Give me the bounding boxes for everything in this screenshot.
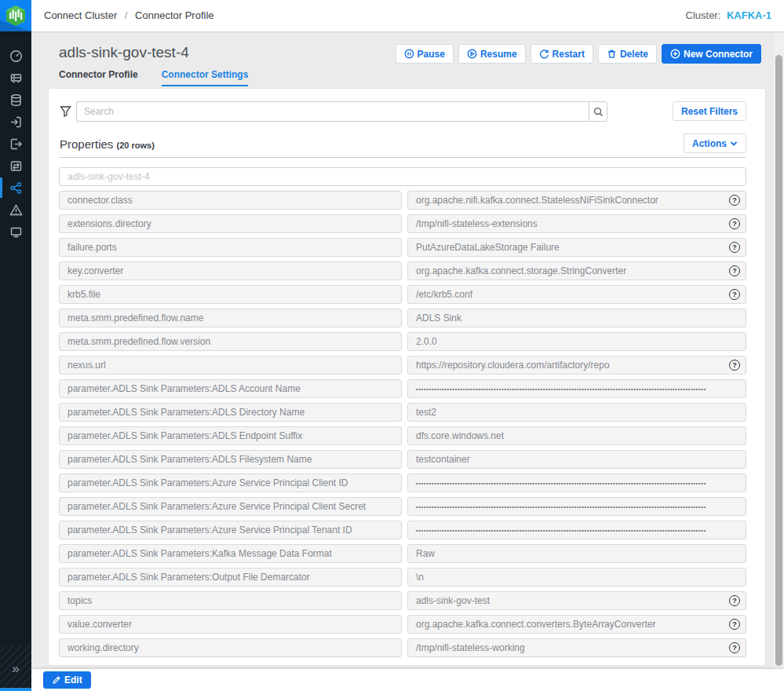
chevron-down-icon	[730, 141, 738, 147]
scrollbar-thumb[interactable]	[775, 55, 782, 666]
property-value-field[interactable]: ADLS Sink	[407, 309, 746, 327]
pencil-icon	[52, 675, 61, 685]
sidebar-item-brokers[interactable]	[0, 67, 31, 89]
property-key-field[interactable]: working.directory	[59, 638, 402, 657]
help-icon[interactable]: ?	[729, 360, 740, 371]
reset-filters-button[interactable]: Reset Filters	[673, 101, 746, 121]
property-value-field[interactable]: /tmp/nifi-stateless-working?	[407, 638, 746, 657]
sidebar-item-overview[interactable]	[0, 45, 31, 67]
search-button[interactable]	[589, 101, 607, 122]
property-value-field[interactable]: /tmp/nifi-stateless-extensions?	[407, 214, 746, 233]
property-value-field[interactable]: PutAzureDataLakeStorage Failure?	[407, 238, 746, 257]
sidebar-item-alerts[interactable]	[0, 199, 31, 221]
property-value-field[interactable]: \n	[407, 568, 746, 587]
sidebar-item-replications[interactable]	[0, 155, 31, 177]
property-key-field[interactable]: parameter.ADLS Sink Parameters:Azure Ser…	[59, 497, 402, 516]
property-key-field[interactable]: parameter.ADLS Sink Parameters:Azure Ser…	[59, 473, 402, 492]
smm-logo-icon	[5, 5, 27, 27]
new-connector-button[interactable]: New Connector	[662, 44, 761, 64]
property-key-field[interactable]: nexus.url	[59, 356, 402, 375]
breadcrumb-connect-cluster[interactable]: Connect Cluster	[44, 9, 117, 21]
sidebar-item-producers[interactable]	[0, 111, 31, 133]
property-value-field[interactable]: https://repository.cloudera.com/artifact…	[407, 356, 746, 375]
property-key-field[interactable]: connector.class	[59, 191, 402, 210]
property-value-field[interactable]: Raw	[407, 544, 746, 563]
property-value-field[interactable]: test2	[407, 403, 746, 422]
help-icon[interactable]: ?	[729, 619, 740, 630]
property-key-field[interactable]: parameter.ADLS Sink Parameters:Azure Ser…	[59, 521, 402, 539]
property-value-field[interactable]: ••••••••••••••••••••••••••••••••••••••••…	[407, 521, 746, 539]
actions-dropdown-button[interactable]: Actions	[684, 133, 746, 153]
help-icon[interactable]: ?	[729, 265, 740, 276]
property-row: parameter.ADLS Sink Parameters:Kafka Mes…	[59, 544, 746, 563]
property-key-field[interactable]: meta.smm.predefined.flow.version	[59, 332, 402, 351]
warning-triangle-icon	[9, 203, 23, 217]
property-row: nexus.url https://repository.cloudera.co…	[59, 356, 746, 375]
property-key-field[interactable]: parameter.ADLS Sink Parameters:Output Fi…	[59, 568, 402, 587]
property-key-field[interactable]: meta.smm.predefined.flow.name	[59, 309, 402, 327]
help-icon[interactable]: ?	[729, 242, 740, 253]
property-value-field[interactable]: dfs.core.windows.net	[407, 426, 746, 445]
property-row: parameter.ADLS Sink Parameters:ADLS Dire…	[59, 403, 746, 422]
property-key-field[interactable]: parameter.ADLS Sink Parameters:ADLS File…	[59, 450, 402, 469]
property-key-field[interactable]: parameter.ADLS Sink Parameters:ADLS Endp…	[59, 426, 402, 445]
search-input[interactable]	[76, 101, 589, 122]
scrollbar-track[interactable]	[774, 31, 784, 691]
property-value-field[interactable]: 2.0.0	[407, 332, 746, 351]
property-row: key.converter org.apache.kafka.connect.s…	[59, 261, 746, 280]
property-key-field[interactable]: topics	[59, 591, 402, 610]
property-key-field[interactable]: parameter.ADLS Sink Parameters:Kafka Mes…	[59, 544, 402, 563]
pause-button[interactable]: Pause	[396, 44, 454, 64]
smm-connector-settings-page: Connect Cluster / Connector Profile Clus…	[0, 0, 784, 691]
property-key-field[interactable]: key.converter	[59, 261, 402, 280]
delete-button[interactable]: Delete	[598, 44, 657, 64]
property-value-field[interactable]: org.apache.kafka.connect.storage.StringC…	[407, 261, 746, 280]
property-row: parameter.ADLS Sink Parameters:ADLS Endp…	[59, 426, 746, 445]
property-value-field[interactable]: /etc/krb5.conf?	[407, 285, 746, 304]
help-icon[interactable]: ?	[729, 195, 740, 206]
property-value-field[interactable]: adls-sink-gov-test?	[407, 591, 746, 610]
property-key-field[interactable]: extensions.directory	[59, 214, 402, 233]
property-value-field[interactable]: org.apache.kafka.connect.converters.Byte…	[407, 615, 746, 634]
restart-button[interactable]: Restart	[531, 44, 593, 64]
property-row: working.directory /tmp/nifi-stateless-wo…	[59, 638, 746, 657]
help-icon[interactable]: ?	[729, 595, 740, 606]
pause-circle-icon	[404, 49, 414, 59]
property-key-field[interactable]: value.converter	[59, 615, 402, 634]
help-icon[interactable]: ?	[729, 642, 740, 653]
breadcrumb-connector-profile[interactable]: Connector Profile	[135, 9, 213, 21]
help-icon[interactable]: ?	[729, 289, 740, 300]
connector-name-input[interactable]	[59, 167, 746, 186]
tab-connector-settings[interactable]: Connector Settings	[162, 69, 249, 86]
tab-connector-profile[interactable]: Connector Profile	[59, 69, 138, 86]
smm-logo[interactable]	[0, 0, 31, 31]
property-value-field[interactable]: ••••••••••••••••••••••••••••••••••••••••…	[407, 379, 746, 398]
property-value-field[interactable]: ••••••••••••••••••••••••••••••••••••••••…	[407, 473, 746, 492]
sidebar-item-connect[interactable]	[0, 177, 31, 199]
property-value-field[interactable]: ••••••••••••••••••••••••••••••••••••••••…	[407, 497, 746, 516]
property-row: value.converter org.apache.kafka.connect…	[59, 615, 746, 634]
property-row: parameter.ADLS Sink Parameters:ADLS File…	[59, 450, 746, 469]
property-row: meta.smm.predefined.flow.name ADLS Sink	[59, 309, 746, 327]
property-value-field[interactable]: testcontainer	[407, 450, 746, 469]
property-row: parameter.ADLS Sink Parameters:Azure Ser…	[59, 497, 746, 516]
property-key-field[interactable]: failure.ports	[59, 238, 402, 257]
sidebar-nav	[0, 45, 31, 243]
help-icon[interactable]: ?	[729, 218, 740, 229]
resume-button[interactable]: Resume	[458, 44, 526, 64]
cluster-name-link[interactable]: KAFKA-1	[727, 9, 771, 21]
sidebar-item-monitoring[interactable]	[0, 221, 31, 243]
edit-button[interactable]: Edit	[43, 671, 91, 689]
row-count-badge: (20 rows)	[117, 141, 155, 150]
property-key-field[interactable]: krb5.file	[59, 285, 402, 304]
sidebar-expand-button[interactable]: »	[0, 661, 31, 677]
sidebar-accent-bar	[0, 688, 31, 691]
property-key-field[interactable]: parameter.ADLS Sink Parameters:ADLS Acco…	[59, 379, 402, 398]
property-row: extensions.directory /tmp/nifi-stateless…	[59, 214, 746, 233]
property-key-field[interactable]: parameter.ADLS Sink Parameters:ADLS Dire…	[59, 403, 402, 422]
property-value-field[interactable]: org.apache.nifi.kafka.connect.StatelessN…	[407, 191, 746, 210]
properties-list: connector.class org.apache.nifi.kafka.co…	[59, 167, 746, 657]
sidebar-item-topics[interactable]	[0, 89, 31, 111]
sidebar-item-consumers[interactable]	[0, 133, 31, 155]
filter-icon[interactable]	[60, 105, 71, 117]
